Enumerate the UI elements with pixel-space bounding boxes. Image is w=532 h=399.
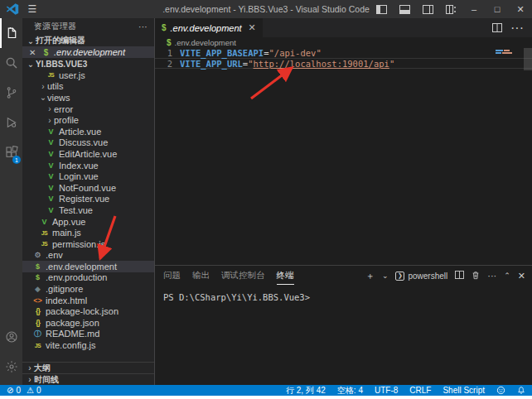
settings-gear-icon[interactable] xyxy=(0,352,22,382)
search-icon[interactable] xyxy=(0,48,22,78)
feedback-icon[interactable] xyxy=(496,386,505,395)
sidebar-more-icon[interactable]: ··· xyxy=(138,22,148,31)
tree-item-index-html[interactable]: <>index.html xyxy=(22,295,154,306)
timeline-section-header[interactable]: › 时间线 xyxy=(22,373,154,385)
panel-tab-输出[interactable]: 输出 xyxy=(192,267,210,285)
js-file-icon: JS xyxy=(46,72,56,78)
tree-item-package-lock-json[interactable]: {}package-lock.json xyxy=(22,305,154,317)
status-item[interactable]: CRLF xyxy=(409,386,431,395)
readme-info-icon: ⓘ xyxy=(32,329,43,339)
toggle-panel-icon[interactable] xyxy=(393,0,416,18)
tree-item-login-vue[interactable]: VLogin.vue xyxy=(22,171,154,182)
js-file-icon: JS xyxy=(39,241,50,247)
toggle-sidebar-icon[interactable] xyxy=(370,0,393,18)
outline-section-header[interactable]: › 大纲 xyxy=(22,362,154,373)
tree-item-error[interactable]: ›error xyxy=(22,103,154,115)
new-terminal-icon[interactable]: ＋ xyxy=(365,270,375,282)
open-editors-header[interactable]: ⌄ 打开的编辑器 xyxy=(22,35,154,46)
explorer-icon[interactable] xyxy=(0,18,22,48)
tree-item-label: package-lock.json xyxy=(46,306,118,316)
json-file-icon: {} xyxy=(32,307,43,315)
run-debug-icon[interactable] xyxy=(0,108,22,137)
tree-item-register-vue[interactable]: VRegister.vue xyxy=(22,194,154,205)
tree-item-test-vue[interactable]: VTest.vue xyxy=(22,204,154,216)
terminal-shell-item[interactable]: ❯ powershell xyxy=(395,272,447,281)
open-editor-item[interactable]: ✕ $ .env.development xyxy=(22,46,154,58)
status-item[interactable]: UTF-8 xyxy=(375,386,398,395)
tree-item-index-vue[interactable]: VIndex.vue xyxy=(22,160,154,171)
tree-item-views[interactable]: ⌄views xyxy=(22,92,154,103)
breadcrumb[interactable]: $ .env.development xyxy=(155,37,532,48)
project-root-header[interactable]: ⌄ YI.BBS.VUE3 xyxy=(22,58,154,70)
chevron-down-icon: ⌄ xyxy=(26,36,36,46)
status-item[interactable]: 行 2, 列 42 xyxy=(286,385,326,397)
menu-icon[interactable]: ☰ xyxy=(24,3,41,15)
source-control-icon[interactable] xyxy=(0,78,22,108)
js-file-icon: JS xyxy=(32,343,43,349)
split-terminal-icon[interactable] xyxy=(455,271,464,281)
tree-item--env-production[interactable]: $.env.production xyxy=(22,272,154,284)
close-panel-icon[interactable]: ✕ xyxy=(518,271,525,281)
more-actions-icon[interactable]: ··· xyxy=(487,271,496,281)
tree-item-main-js[interactable]: JSmain.js xyxy=(22,227,154,238)
close-button[interactable]: ✕ xyxy=(509,0,532,18)
tree-item-label: .env.development xyxy=(46,262,117,272)
tree-item-permission-js[interactable]: JSpermission.js xyxy=(22,238,154,250)
status-item[interactable]: 空格: 4 xyxy=(337,385,363,397)
tree-item-package-json[interactable]: {}package.json xyxy=(22,317,154,329)
editor-scrollbar[interactable] xyxy=(524,48,532,70)
editor-tab-bar: $ .env.development ✕ ··· xyxy=(155,18,532,37)
account-icon[interactable] xyxy=(0,322,22,352)
code-line-2[interactable]: 2VITE_APP_URL="http://localhost:19001/ap… xyxy=(155,58,532,69)
maximize-panel-icon[interactable]: ⌃ xyxy=(504,272,510,280)
minimap[interactable] xyxy=(496,50,520,55)
panel-tab-调试控制台[interactable]: 调试控制台 xyxy=(221,267,265,285)
more-actions-icon[interactable]: ··· xyxy=(510,21,524,36)
split-editor-icon[interactable] xyxy=(492,21,502,36)
close-icon[interactable]: ✕ xyxy=(249,22,256,33)
tree-item-app-vue[interactable]: VApp.vue xyxy=(22,216,154,228)
tree-item--env[interactable]: ⚙.env xyxy=(22,250,154,262)
code-token: VITE_APP_BASEAPI xyxy=(180,48,264,58)
close-icon[interactable]: ✕ xyxy=(29,48,41,57)
extensions-icon[interactable]: 1 xyxy=(0,137,22,167)
tab-env-development[interactable]: $ .env.development ✕ xyxy=(155,18,263,37)
vue-file-icon: V xyxy=(46,127,56,136)
status-item[interactable]: Shell Script xyxy=(443,386,485,395)
tree-item--env-development[interactable]: $.env.development xyxy=(22,261,154,272)
chevron-down-icon[interactable]: ⌄ xyxy=(382,272,389,280)
vue-file-icon: V xyxy=(46,150,56,158)
tree-item--gitignore[interactable]: ◆.gitignore xyxy=(22,283,154,295)
code-editor[interactable]: 1VITE_APP_BASEAPI="/api-dev"2VITE_APP_UR… xyxy=(155,48,532,265)
tree-item-user-js[interactable]: JSuser.js xyxy=(22,70,154,81)
chevron-right-icon: › xyxy=(22,363,34,373)
problems-status[interactable]: ⊘0 ⚠0 xyxy=(7,386,41,395)
toggle-secondary-sidebar-icon[interactable] xyxy=(416,0,439,18)
maximize-button[interactable]: □ xyxy=(486,0,509,18)
code-token: " xyxy=(389,59,394,68)
customize-layout-icon[interactable] xyxy=(439,0,462,18)
terminal-prompt[interactable]: PS D:\CSharp\Yi\Yi.BBS.Vue3> xyxy=(163,292,310,302)
panel-tab-问题[interactable]: 问题 xyxy=(163,267,181,285)
env-file-icon: $ xyxy=(162,23,167,32)
tree-item-label: user.js xyxy=(59,70,85,80)
tree-item-label: Register.vue xyxy=(59,194,109,204)
tree-item-label: NotFound.vue xyxy=(59,183,116,193)
kill-terminal-icon[interactable] xyxy=(472,271,480,281)
code-line-1[interactable]: 1VITE_APP_BASEAPI="/api-dev" xyxy=(155,48,532,58)
notifications-bell-icon[interactable] xyxy=(517,386,525,395)
url-link-token[interactable]: http://localhost:19001/api xyxy=(254,59,389,68)
tree-item-profile[interactable]: ›profile xyxy=(22,114,154,126)
tree-item-discuss-vue[interactable]: VDiscuss.vue xyxy=(22,137,154,149)
tree-item-notfound-vue[interactable]: VNotFound.vue xyxy=(22,182,154,194)
tree-item-utils[interactable]: ›utils xyxy=(22,81,154,93)
tree-item-readme-md[interactable]: ⓘREADME.md xyxy=(22,329,154,340)
tree-item-label: package.json xyxy=(46,318,99,328)
tree-item-article-vue[interactable]: VArticle.vue xyxy=(22,126,154,137)
chevron-down-icon: ⌄ xyxy=(26,60,36,69)
panel-tab-终端[interactable]: 终端 xyxy=(277,267,294,285)
html-file-icon: <> xyxy=(32,296,43,305)
minimize-button[interactable]: – xyxy=(462,0,486,18)
tree-item-editarticle-vue[interactable]: VEditArticle.vue xyxy=(22,148,154,160)
tree-item-vite-config-js[interactable]: JSvite.config.js xyxy=(22,339,154,351)
